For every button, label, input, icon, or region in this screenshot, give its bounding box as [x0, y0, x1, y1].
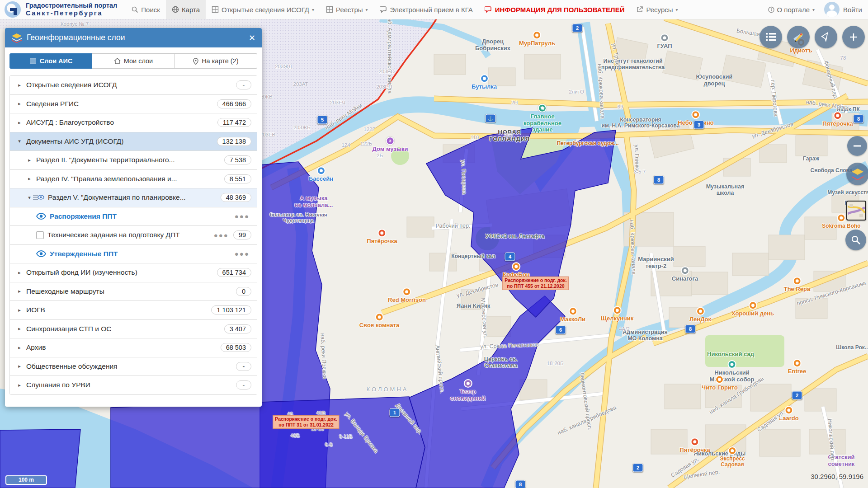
layer-row-5[interactable]: ▸Раздел IV. "Правила землепользования и.… — [10, 169, 257, 188]
cluster-marker[interactable]: 1 — [390, 408, 400, 417]
layer-row-6[interactable]: ▾Раздел V. "Документация по планировке..… — [10, 188, 257, 207]
expand-arrow-icon[interactable]: ▸ — [16, 307, 23, 313]
layer-row-3[interactable]: ▾Документы АИС УГД (ИСОГД)132 138 — [10, 132, 257, 151]
plus-button[interactable] — [842, 26, 865, 48]
expand-arrow-icon[interactable]: ▾ — [16, 138, 23, 144]
login-button[interactable]: Войти — [843, 0, 868, 19]
cluster-marker[interactable]: 4 — [505, 253, 515, 261]
layers-stack-icon — [11, 33, 22, 43]
portal-logo[interactable]: Градостроительный портал Санкт-Петербург… — [0, 0, 125, 19]
layer-row-16[interactable]: ▸Слушания по УРВИ- — [10, 375, 257, 394]
layer-row-8[interactable]: Технические задания на подготовку ДПТ●●●… — [10, 225, 257, 244]
tab-0[interactable]: Слои АИС — [9, 53, 92, 69]
basemap-icon — [848, 202, 865, 219]
layer-row-15[interactable]: ▸Общественные обсуждения- — [10, 357, 257, 376]
expand-arrow-icon[interactable]: ▸ — [16, 270, 23, 276]
map-search-icon — [851, 235, 861, 245]
panel-tabs: Слои АИСМои слоиНа карте (2) — [9, 53, 257, 69]
nav-item-3[interactable]: Реестры▾ — [320, 0, 374, 19]
layer-row-11[interactable]: ▸Пешеходные маршруты0 — [10, 282, 257, 301]
cluster-marker[interactable]: ⚓ — [486, 114, 496, 123]
cursor-coordinates: 30.2960, 59.9196 — [811, 473, 863, 480]
layer-checkbox[interactable] — [36, 231, 44, 239]
layer-row-1[interactable]: ▸Сведения РГИС466 966 — [10, 94, 257, 113]
layer-label: Слушания по УРВИ — [26, 381, 90, 389]
cluster-marker[interactable]: 5 — [317, 116, 328, 124]
cluster-marker[interactable]: 8 — [685, 325, 696, 333]
layers-icon — [851, 168, 864, 180]
ppt-order-label[interactable]: Распоряжение о подг. док.по ППТ 455 от 2… — [502, 277, 569, 290]
expand-arrow-icon[interactable]: ▸ — [16, 326, 23, 332]
portal-title: Градостроительный портал Санкт-Петербург… — [26, 2, 117, 17]
more-options-icon[interactable]: ●●● — [235, 212, 250, 220]
layer-row-0[interactable]: ▸Открытые сведения ИСОГД- — [10, 76, 257, 94]
visibility-eye-icon[interactable] — [36, 250, 46, 257]
nav-item-0[interactable]: Поиск — [125, 0, 166, 19]
layer-label: Общественные обсуждения — [26, 362, 118, 371]
expand-arrow-icon[interactable]: ▸ — [16, 363, 23, 369]
layer-row-14[interactable]: ▸Архив68 503 — [10, 338, 257, 357]
close-icon[interactable]: ✕ — [249, 33, 255, 43]
visibility-eye-icon[interactable] — [36, 213, 46, 220]
tab-2[interactable]: На карте (2) — [175, 53, 257, 69]
layer-label: Архив — [26, 343, 46, 352]
more-options-icon[interactable]: ●●● — [235, 250, 250, 258]
expand-arrow-icon[interactable]: ▸ — [26, 176, 33, 182]
nav-item-5[interactable]: ИНФОРМАЦИЯ ДЛЯ ПОЛЬЗОВАТЕЛЕЙ — [479, 0, 631, 19]
measure-icon — [793, 31, 804, 43]
plus-icon — [849, 33, 858, 41]
nav-menu: ПоискКартаОткрытые сведения ИСОГД▾Реестр… — [125, 0, 684, 19]
layer-label: Открытый фонд ИИ (изученность) — [26, 268, 137, 277]
expand-arrow-icon[interactable]: ▸ — [16, 382, 23, 388]
count-badge: 132 138 — [217, 137, 251, 146]
layers-button[interactable] — [846, 163, 868, 185]
locate-button[interactable] — [815, 26, 837, 48]
layer-label: Раздел V. "Документация по планировке... — [48, 193, 186, 202]
cluster-marker[interactable]: 2 — [572, 24, 583, 33]
cluster-marker[interactable]: 6 — [556, 326, 566, 334]
layer-row-9[interactable]: Утвержденные ППТ●●● — [10, 244, 257, 263]
expand-arrow-icon[interactable]: ▸ — [16, 101, 23, 107]
ppt-order-label[interactable]: Распоряжение о подг. док.по ППТ 31 от 31… — [273, 415, 339, 429]
minus-button[interactable] — [847, 136, 867, 156]
basemap-button[interactable] — [846, 201, 866, 221]
layer-row-12[interactable]: ▸ИОГВ1 103 121 — [10, 300, 257, 319]
cluster-marker[interactable]: 2 — [792, 391, 802, 400]
expand-arrow-icon[interactable]: ▸ — [16, 82, 23, 88]
cluster-marker[interactable]: 2 — [633, 464, 643, 472]
expand-arrow-icon[interactable]: ▸ — [26, 157, 33, 163]
layer-label: Сведения РГИС — [26, 100, 79, 108]
expand-arrow-icon[interactable]: ▸ — [16, 120, 23, 126]
expand-arrow-icon[interactable]: ▸ — [16, 288, 23, 294]
layer-row-13[interactable]: ▸Синхронизация СТП и ОС3 407 — [10, 319, 257, 338]
layer-label: Утвержденные ППТ — [50, 250, 118, 258]
cluster-marker[interactable]: 3 — [694, 121, 704, 129]
layer-row-10[interactable]: ▸Открытый фонд ИИ (изученность)651 734 — [10, 263, 257, 282]
layer-row-2[interactable]: ▸АИСУГД : Благоустройство117 472 — [10, 113, 257, 132]
layers-panel-header: Геоинформационные слои ✕ — [5, 28, 262, 47]
map-search-button[interactable] — [845, 230, 866, 250]
layers-list: ▸Открытые сведения ИСОГД-▸Сведения РГИС4… — [9, 75, 257, 395]
more-options-icon[interactable]: ●●● — [214, 231, 229, 239]
locate-icon — [821, 32, 831, 42]
geoportal-window: ДворецБобринскихМурПатрульНОВАЯГОЛЛАНДИЯ… — [0, 0, 868, 488]
nav-item-2[interactable]: Открытые сведения ИСОГД▾ — [206, 0, 320, 19]
cluster-marker[interactable]: 8 — [654, 176, 664, 184]
nav-item-1[interactable]: Карта — [166, 0, 206, 19]
layer-row-4[interactable]: ▸Раздел II. "Документы территориального.… — [10, 150, 257, 169]
cluster-marker[interactable]: 8 — [515, 480, 526, 488]
layer-row-7[interactable]: Распоряжения ППТ●●● — [10, 207, 257, 226]
tab-1[interactable]: Мои слои — [92, 53, 175, 69]
layer-label: ИОГВ — [26, 306, 45, 314]
legend-button[interactable] — [760, 26, 782, 48]
nav-item-4[interactable]: Электронный прием в КГА — [374, 0, 479, 19]
measure-button[interactable] — [787, 26, 810, 48]
layers-panel: Геоинформационные слои ✕ Слои АИСМои сло… — [5, 28, 262, 407]
cluster-marker[interactable]: 8 — [854, 115, 864, 123]
expand-arrow-icon[interactable]: ▸ — [16, 345, 23, 351]
expand-arrow-icon[interactable]: ▾ — [26, 195, 33, 201]
minus-icon — [854, 145, 861, 147]
count-badge: 68 503 — [221, 343, 251, 352]
nav-item-6[interactable]: Ресурсы▾ — [630, 0, 684, 19]
nav-item-about[interactable]: О портале▾ — [762, 0, 821, 19]
